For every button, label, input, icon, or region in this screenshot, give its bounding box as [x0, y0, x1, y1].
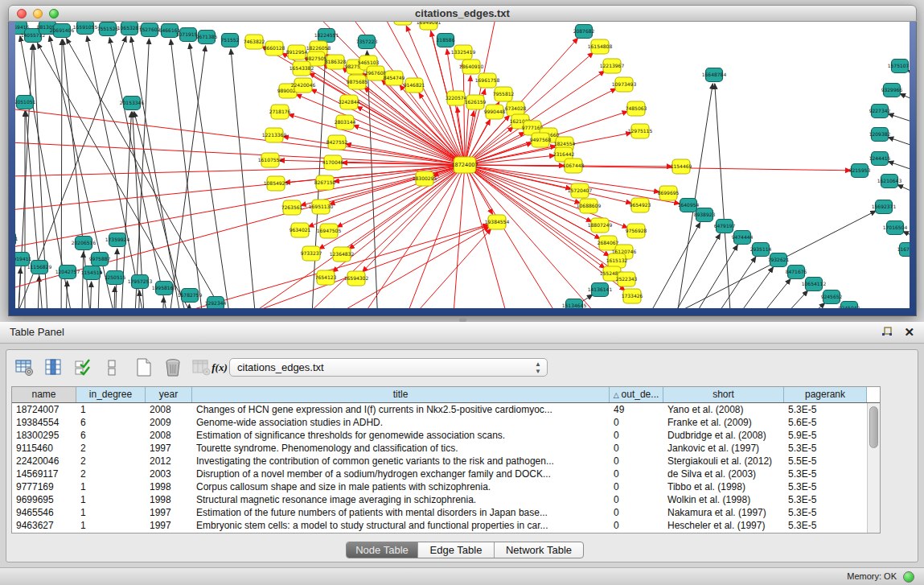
- graph-node[interactable]: 7485063: [626, 101, 647, 116]
- graph-node[interactable]: 7955812: [493, 87, 515, 101]
- column-header-out_de[interactable]: △out_de...: [610, 387, 663, 402]
- column-header-name[interactable]: name: [12, 387, 76, 402]
- minimize-window-button[interactable]: [33, 9, 43, 19]
- table-vertical-scrollbar[interactable]: [867, 403, 880, 533]
- graph-node[interactable]: 6734028: [505, 101, 527, 116]
- graph-node[interactable]: 751552: [221, 34, 240, 47]
- graph-node[interactable]: 1167533: [897, 243, 910, 257]
- graph-node[interactable]: 2935114: [750, 243, 772, 257]
- table-selector-dropdown[interactable]: citations_edges.txt ▲▼: [229, 358, 548, 377]
- graph-node[interactable]: 8938923: [694, 208, 716, 222]
- graph-node[interactable]: 8699695: [658, 186, 680, 200]
- graph-node[interactable]: 16949091: [417, 22, 441, 30]
- graph-node[interactable]: 2026051: [15, 233, 18, 246]
- graph-node[interactable]: 8186328: [325, 55, 347, 69]
- graph-node[interactable]: 12213369: [262, 128, 287, 142]
- graph-node[interactable]: 12042757: [55, 266, 80, 279]
- graph-node[interactable]: 11156829: [27, 261, 52, 274]
- graph-node[interactable]: 18224551: [314, 29, 339, 43]
- graph-node[interactable]: 9875685: [347, 75, 368, 89]
- graph-node[interactable]: 1067448: [563, 159, 585, 173]
- graph-node[interactable]: 15720407: [568, 183, 593, 198]
- graph-node[interactable]: 16594302: [344, 271, 369, 286]
- graph-node[interactable]: 8454749: [384, 71, 405, 85]
- graph-node[interactable]: 7551526: [97, 23, 119, 36]
- graph-node[interactable]: 2087682: [573, 25, 595, 39]
- graph-node[interactable]: 7263561: [281, 200, 303, 215]
- graph-node[interactable]: 12364832: [330, 247, 355, 262]
- graph-node[interactable]: 4170046: [322, 155, 344, 170]
- graph-node[interactable]: 13325419: [451, 45, 476, 60]
- graph-node[interactable]: 1244415: [869, 152, 891, 166]
- graph-node[interactable]: 9497568: [530, 133, 552, 147]
- graph-node[interactable]: 16782759: [178, 289, 203, 303]
- graph-node[interactable]: 16210643: [877, 175, 902, 188]
- graph-node[interactable]: 1154519: [81, 266, 103, 280]
- graph-node[interactable]: 2051051: [15, 96, 36, 109]
- graph-node[interactable]: 7932621: [768, 253, 790, 267]
- graph-node[interactable]: 9756928: [626, 224, 647, 238]
- graph-node[interactable]: 10654112: [802, 278, 827, 291]
- graph-node[interactable]: 16947505: [317, 224, 342, 238]
- graph-node[interactable]: 22420046: [291, 78, 316, 93]
- table-row[interactable]: 977716911998Corpus callosum shape and si…: [12, 480, 867, 493]
- table-row[interactable]: 1830029562008Estimation of significance …: [12, 429, 867, 442]
- select-columns-icon[interactable]: [72, 357, 93, 378]
- graph-node[interactable]: 9671385: [196, 31, 218, 44]
- graph-node[interactable]: 1626159: [465, 95, 487, 109]
- table-row[interactable]: 946362711997Embryonic stem cells: a mode…: [12, 519, 867, 532]
- zoom-window-button[interactable]: [49, 9, 59, 19]
- graph-node[interactable]: 18807249: [588, 218, 613, 233]
- graph-node[interactable]: 9146821: [404, 78, 425, 93]
- graph-node[interactable]: 10688609: [577, 199, 602, 213]
- graph-node[interactable]: 9990448: [484, 105, 506, 119]
- graph-node[interactable]: 16951130: [309, 200, 334, 214]
- graph-node[interactable]: 3220574: [446, 91, 467, 105]
- graph-node[interactable]: 16154808: [588, 39, 613, 54]
- table-row[interactable]: 969969511998Structural magnetic resonanc…: [12, 493, 867, 506]
- graph-node[interactable]: 9634021: [290, 223, 311, 237]
- graph-node[interactable]: 9733237: [301, 246, 322, 261]
- memory-ok-indicator[interactable]: [903, 571, 914, 583]
- graph-node[interactable]: 7654123: [315, 270, 337, 285]
- graph-node[interactable]: 16961758: [475, 73, 500, 88]
- graph-node[interactable]: 9654923: [630, 198, 651, 212]
- close-panel-icon[interactable]: ✕: [904, 324, 914, 340]
- tab-node-table[interactable]: Node Table: [347, 542, 418, 558]
- graph-node[interactable]: 15134645: [562, 299, 587, 309]
- graph-node[interactable]: 17016504: [883, 221, 908, 235]
- graph-node[interactable]: 9245652: [821, 290, 843, 304]
- graph-node[interactable]: 2522343: [616, 272, 638, 286]
- graph-node[interactable]: 218586: [437, 34, 455, 47]
- graph-node[interactable]: 8660128: [264, 41, 285, 56]
- graph-node[interactable]: 15751074: [888, 60, 910, 73]
- tab-edge-table[interactable]: Edge Table: [418, 542, 495, 558]
- graph-node[interactable]: 18640910: [459, 60, 484, 74]
- graph-node[interactable]: 1209382: [869, 128, 891, 142]
- tab-network-table[interactable]: Network Table: [495, 542, 583, 558]
- graph-node[interactable]: 1615132: [606, 253, 628, 268]
- graph-node[interactable]: 1527602: [139, 23, 161, 37]
- merge-rows-icon[interactable]: [101, 357, 122, 378]
- graph-node[interactable]: 20206516: [72, 237, 97, 250]
- column-header-short[interactable]: short: [663, 387, 784, 402]
- graph-node[interactable]: 20691406: [50, 24, 75, 38]
- table-row[interactable]: 2242004622012Investigating the contribut…: [12, 455, 867, 468]
- window-titlebar[interactable]: citations_edges.txt: [8, 5, 917, 22]
- delete-table-icon[interactable]: [162, 357, 183, 378]
- function-builder-icon[interactable]: f(x): [209, 357, 230, 378]
- graph-node[interactable]: 9227342: [869, 105, 891, 118]
- graph-node[interactable]: 17359924: [105, 233, 130, 247]
- column-header-pagerank[interactable]: pagerank: [784, 387, 867, 402]
- table-row[interactable]: 911546021997Tourette syndrome. Phenomeno…: [12, 442, 867, 455]
- graph-node[interactable]: 9474444: [732, 231, 754, 245]
- graph-node[interactable]: 18300295: [413, 171, 437, 186]
- float-panel-icon[interactable]: [881, 327, 893, 339]
- graph-node[interactable]: 8215953: [849, 164, 871, 178]
- graph-node[interactable]: 3242844: [339, 95, 360, 109]
- network-canvas[interactable]: 2269416140557128813054206914061659105575…: [15, 22, 910, 308]
- graph-node[interactable]: 2718176: [269, 105, 291, 119]
- table-row[interactable]: 946554611997Estimation of the future num…: [12, 506, 867, 519]
- graph-node[interactable]: 7463822: [244, 35, 265, 49]
- graph-node[interactable]: 1154469: [671, 159, 692, 174]
